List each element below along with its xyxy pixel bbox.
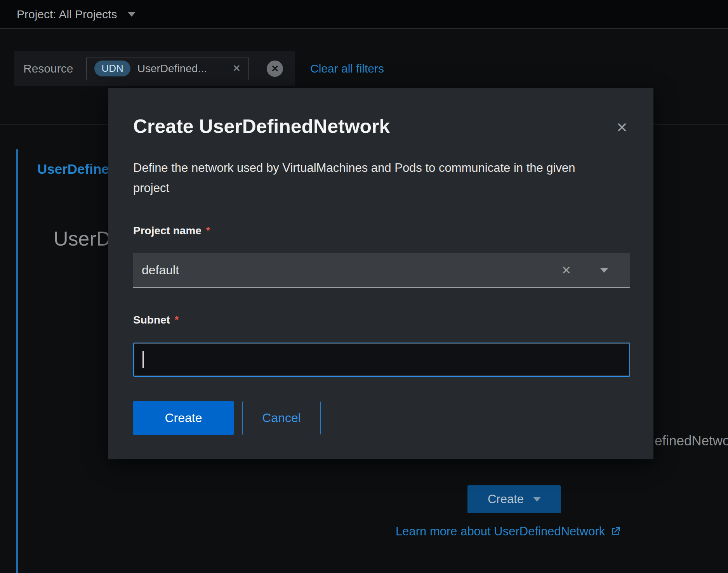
subnet-input[interactable]: [133, 343, 630, 377]
clear-all-filters-link[interactable]: Clear all filters: [310, 62, 384, 75]
learn-more-label: Learn more about UserDefinedNetwork: [396, 525, 605, 538]
subnet-field-label: Subnet *: [133, 314, 179, 326]
modal-description: Define the network used by VirtualMachin…: [133, 158, 599, 198]
required-asterisk: *: [206, 225, 210, 237]
filter-chip-label: UserDefined...: [137, 62, 207, 75]
create-dropdown-label: Create: [488, 492, 524, 506]
filter-chip: UDN UserDefined... ✕: [86, 57, 249, 80]
modal-actions: Create Cancel: [133, 401, 321, 435]
text-cursor: [142, 351, 144, 368]
close-icon[interactable]: ✕: [616, 121, 628, 135]
create-udn-modal: ✕ Create UserDefinedNetwork Define the n…: [108, 88, 653, 459]
subnet-label: Subnet: [133, 314, 170, 326]
chevron-down-icon: [533, 497, 541, 502]
project-selector-label: Project: All Projects: [17, 8, 117, 21]
times-icon: ✕: [271, 64, 279, 73]
project-name-label: Project name: [133, 225, 202, 237]
masthead: Project: All Projects: [0, 0, 728, 29]
project-name-field-label: Project name *: [133, 225, 210, 237]
external-link-icon: [610, 526, 621, 537]
project-selector[interactable]: Project: All Projects: [17, 8, 136, 21]
required-asterisk: *: [175, 314, 179, 326]
create-dropdown-button[interactable]: Create: [467, 485, 561, 513]
active-tab-indicator: [16, 149, 18, 573]
chevron-down-icon: [128, 12, 136, 17]
remove-chip-icon[interactable]: ✕: [233, 62, 241, 74]
chevron-down-icon: [600, 268, 608, 273]
project-name-select[interactable]: default ✕: [133, 253, 630, 288]
clear-filter-icon[interactable]: ✕: [267, 61, 283, 77]
resource-filter-toggle[interactable]: Resource: [23, 62, 73, 75]
filter-group: Resource UDN UserDefined... ✕ ✕: [14, 51, 295, 86]
learn-more-link[interactable]: Learn more about UserDefinedNetwork: [396, 525, 621, 538]
clear-selection-icon[interactable]: ✕: [561, 263, 571, 277]
subnet-input-wrapper: [133, 343, 630, 377]
background-partial-text: efinedNetwo: [655, 433, 728, 448]
create-button[interactable]: Create: [133, 401, 234, 435]
udn-badge: UDN: [94, 61, 130, 76]
modal-title: Create UserDefinedNetwork: [133, 115, 390, 138]
page: Project: All Projects Resource UDN UserD…: [0, 0, 728, 573]
cancel-button[interactable]: Cancel: [242, 401, 321, 435]
project-name-selected-value: default: [142, 263, 179, 277]
